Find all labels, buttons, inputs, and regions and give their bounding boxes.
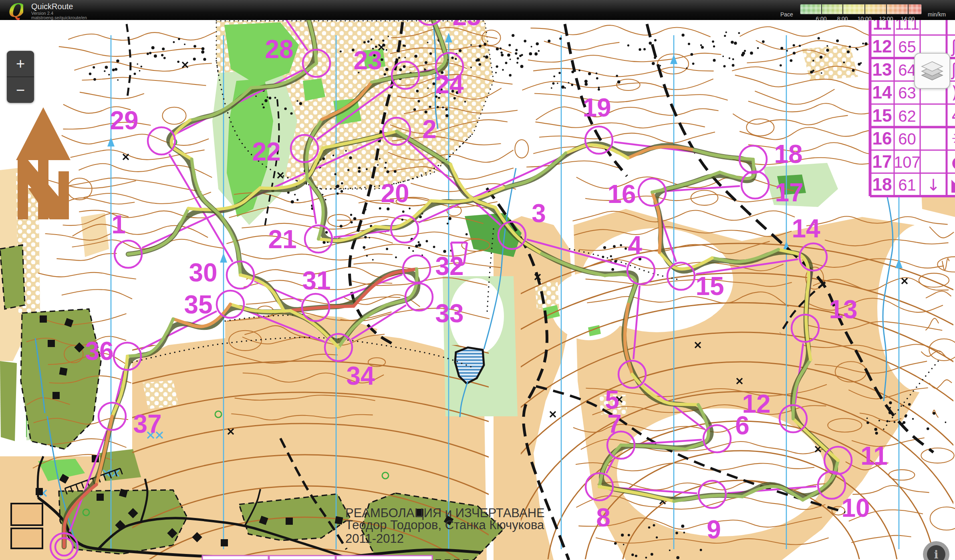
control-number-19: 19 <box>582 93 611 122</box>
pace-tick <box>864 4 865 14</box>
control-number-36: 36 <box>85 337 113 365</box>
sheet-row-code: 60 <box>898 130 916 148</box>
control-number-21: 21 <box>268 225 296 254</box>
app-title: QuickRoute <box>31 2 73 11</box>
control-number-9: 9 <box>707 515 721 544</box>
control-number-28: 28 <box>265 35 293 64</box>
pace-tick <box>908 4 909 14</box>
control-number-18: 18 <box>774 140 802 169</box>
sheet-row-number: 13 <box>872 60 892 79</box>
sheet-row-number: 14 <box>872 82 892 102</box>
sheet-row-number: 12 <box>872 36 892 56</box>
control-number-8: 8 <box>596 503 610 532</box>
control-number-11: 11 <box>860 442 888 470</box>
bottom-description-boxes <box>202 556 432 560</box>
zoom-out-button[interactable]: − <box>7 77 34 103</box>
pace-tick-label: 14:00 <box>901 16 915 22</box>
control-number-30: 30 <box>189 258 217 287</box>
control-number-24: 24 <box>435 70 464 99</box>
control-number-3: 3 <box>532 199 546 228</box>
control-description-sheet: 111111265ʃ1364ʃ1463)156241660✳17107●1861… <box>870 12 955 196</box>
sheet-row-code: 61 <box>898 176 916 194</box>
pace-tick <box>842 4 843 14</box>
pace-tick <box>821 4 822 14</box>
control-number-4: 4 <box>628 231 642 260</box>
app-url: matstroeng.se/quickroute/en <box>31 15 87 20</box>
sheet-row-symbol-d: ● <box>951 152 955 172</box>
layers-button[interactable] <box>914 53 950 89</box>
app-logo: Q <box>7 1 23 20</box>
sheet-row-symbol-d: ʃ <box>951 60 955 80</box>
pace-checker-overlay <box>800 4 921 14</box>
zoom-widget: + − <box>7 51 34 103</box>
zoom-in-button[interactable]: + <box>7 51 34 76</box>
sheet-row-number: 17 <box>872 152 892 171</box>
sheet-row-code: 64 <box>898 61 916 79</box>
sheet-row-symbol-c: ↓ <box>927 176 940 194</box>
layers-icon <box>920 59 944 82</box>
credits-line3: 2011-2012 <box>345 532 404 546</box>
control-number-13: 13 <box>829 295 857 324</box>
info-icon: i <box>927 545 945 560</box>
sheet-row-number: 18 <box>872 175 892 194</box>
sheet-row-number: 16 <box>872 128 892 148</box>
control-number-32: 32 <box>435 252 463 281</box>
control-number-1: 1 <box>111 210 126 239</box>
sheet-row-symbol-d: ʃ <box>951 37 955 56</box>
control-number-34: 34 <box>346 361 375 390</box>
sheet-row-code: 65 <box>898 38 916 56</box>
control-number-16: 16 <box>607 180 636 209</box>
control-number-33: 33 <box>435 299 463 328</box>
sheet-row-symbol-d: 4 <box>951 106 955 126</box>
sheet-row-code: 63 <box>898 84 916 102</box>
sheet-row-symbol-d: ◣ <box>951 175 955 195</box>
map-canvas[interactable]: 1234567891011121314151617181920212223242… <box>0 0 955 560</box>
pace-tick-label: 10:00 <box>857 16 871 22</box>
sheet-row-code: 107 <box>894 153 921 171</box>
sheet-row-symbol-d: ) <box>951 83 955 102</box>
sheet-row-symbol-d: ✳ <box>951 129 955 149</box>
control-number-2: 2 <box>422 115 437 144</box>
sheet-row-number: 15 <box>872 106 892 125</box>
pace-gradient-bar: 6:008:0010:0012:0014:00 <box>800 4 921 14</box>
control-number-23: 23 <box>353 46 382 75</box>
control-number-37: 37 <box>133 409 161 438</box>
control-number-15: 15 <box>695 272 724 301</box>
control-number-20: 20 <box>381 179 409 208</box>
sheet-row-code: 62 <box>898 107 916 125</box>
control-number-7: 7 <box>607 409 622 438</box>
header-bar: Q QuickRoute Version 2.4 matstroeng.se/q… <box>0 0 955 20</box>
quickroute-window: 1234567891011121314151617181920212223242… <box>0 0 955 560</box>
pace-tick-label: 8:00 <box>837 16 848 22</box>
control-number-17: 17 <box>775 178 803 207</box>
pace-tick-label: 12:00 <box>879 16 893 22</box>
control-number-29: 29 <box>110 106 138 135</box>
control-number-35: 35 <box>184 290 212 319</box>
credits-line2: Теодор Тодоров, Станка Кючукова <box>345 518 544 532</box>
control-number-10: 10 <box>841 494 870 522</box>
control-number-31: 31 <box>302 266 330 295</box>
pace-tick-label: 6:00 <box>816 16 826 22</box>
control-number-14: 14 <box>792 214 820 243</box>
control-number-22: 22 <box>252 137 280 166</box>
control-number-12: 12 <box>742 389 770 418</box>
pace-tick <box>886 4 887 14</box>
pace-legend-label: Pace <box>780 11 793 18</box>
pace-legend-unit: min/km <box>928 11 946 18</box>
